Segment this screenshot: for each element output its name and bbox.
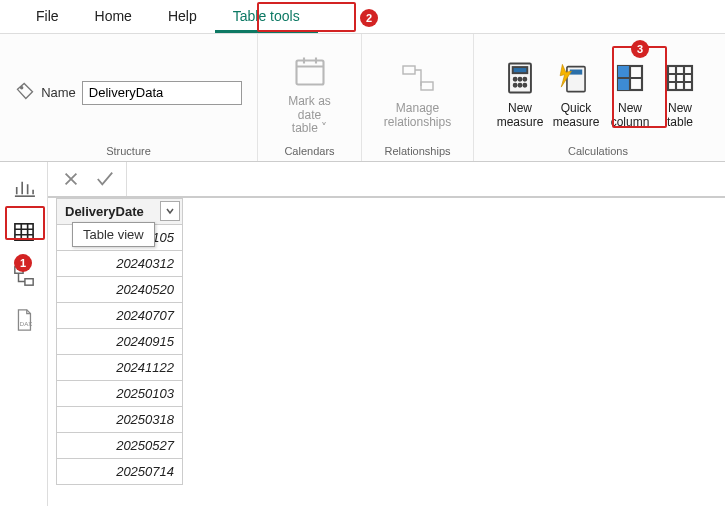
svg-point-6 — [514, 77, 517, 80]
tag-icon — [15, 81, 35, 104]
svg-rect-17 — [14, 224, 32, 240]
dax-view-button[interactable]: DAX — [8, 306, 40, 334]
ribbon-group-calculations: Newmeasure Quickmeasure — [474, 34, 722, 161]
formula-input[interactable] — [126, 162, 725, 196]
mark-as-date-table-button[interactable]: Mark as datetable ˅ — [278, 47, 342, 138]
table-cell[interactable]: 20240915 — [57, 329, 183, 355]
calculator-icon — [500, 58, 540, 98]
ribbon-group-relationships: Managerelationships Relationships — [362, 34, 474, 161]
ribbon-group-calendars: Mark as datetable ˅ Calendars — [258, 34, 362, 161]
calendar-icon — [290, 51, 330, 91]
new-measure-button[interactable]: Newmeasure — [492, 54, 548, 132]
svg-rect-19 — [24, 279, 32, 285]
group-label-calendars: Calendars — [284, 145, 334, 159]
table-name-input[interactable] — [82, 81, 242, 105]
formula-bar — [48, 162, 725, 198]
table-cell[interactable]: 20250714 — [57, 459, 183, 485]
svg-rect-18 — [14, 267, 22, 273]
svg-point-9 — [514, 84, 517, 87]
quick-calculator-icon — [556, 58, 596, 98]
group-label-calculations: Calculations — [568, 145, 628, 159]
ribbon-group-structure: Name Structure — [0, 34, 258, 161]
tab-home[interactable]: Home — [77, 0, 150, 33]
report-view-button[interactable] — [8, 174, 40, 202]
menu-tabbar: File Home Help Table tools — [0, 0, 725, 34]
new-column-button[interactable]: Newcolumn — [604, 54, 656, 132]
svg-rect-1 — [296, 60, 323, 84]
table-cell[interactable]: 20240707 — [57, 303, 183, 329]
table-view-button[interactable] — [8, 218, 40, 246]
relationships-icon — [398, 58, 438, 98]
tooltip-table-view: Table view — [72, 222, 155, 247]
svg-point-10 — [519, 84, 522, 87]
quick-measure-button[interactable]: Quickmeasure — [548, 54, 604, 132]
table-cell[interactable]: 20241122 — [57, 355, 183, 381]
new-table-button[interactable]: Newtable — [656, 54, 704, 132]
svg-point-0 — [21, 87, 23, 89]
column-header[interactable]: DeliveryDate — [57, 199, 183, 225]
formula-commit-button[interactable] — [92, 166, 118, 192]
group-label-structure: Structure — [106, 145, 151, 159]
table-cell[interactable]: 20250103 — [57, 381, 183, 407]
table-cell[interactable]: 20240520 — [57, 277, 183, 303]
svg-rect-13 — [570, 69, 582, 74]
tab-table-tools[interactable]: Table tools — [215, 0, 318, 33]
table-cell[interactable]: 20250527 — [57, 433, 183, 459]
svg-text:DAX: DAX — [19, 321, 31, 327]
svg-point-8 — [523, 77, 526, 80]
svg-rect-2 — [403, 66, 415, 74]
tab-help[interactable]: Help — [150, 0, 215, 33]
group-label-relationships: Relationships — [384, 145, 450, 159]
chevron-down-icon: ˅ — [318, 121, 327, 135]
view-switcher: DAX — [0, 162, 48, 506]
new-column-icon — [610, 58, 650, 98]
table-cell[interactable]: 20240312 — [57, 251, 183, 277]
table-cell[interactable]: 20250318 — [57, 407, 183, 433]
name-field-label: Name — [41, 85, 76, 100]
column-header-label: DeliveryDate — [65, 204, 144, 219]
ribbon: Name Structure Mark as datetable ˅ Calen… — [0, 34, 725, 162]
tab-file[interactable]: File — [18, 0, 77, 33]
formula-cancel-button[interactable] — [58, 166, 84, 192]
svg-rect-16 — [668, 66, 692, 90]
svg-point-11 — [523, 84, 526, 87]
new-table-icon — [660, 58, 700, 98]
model-view-button[interactable] — [8, 262, 40, 290]
svg-rect-5 — [513, 67, 528, 73]
column-filter-button[interactable] — [160, 201, 180, 221]
svg-point-7 — [519, 77, 522, 80]
manage-relationships-button[interactable]: Managerelationships — [386, 54, 450, 132]
svg-rect-3 — [421, 82, 433, 90]
